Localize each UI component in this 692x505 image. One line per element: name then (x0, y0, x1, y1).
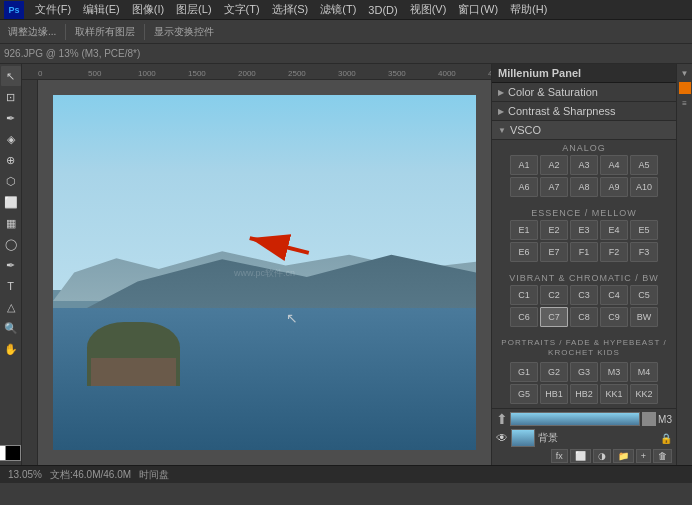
layer-visibility-icon[interactable]: 👁 (496, 431, 508, 445)
options-bar: 调整边缘... 取样所有图层 显示变换控件 (0, 20, 692, 44)
vsco-btn-E2[interactable]: E2 (540, 220, 568, 240)
menu-window[interactable]: 窗口(W) (453, 0, 503, 19)
vsco-btn-C5[interactable]: C5 (630, 285, 658, 305)
right-edge: ▼ ≡ (676, 64, 692, 465)
vsco-btn-A9[interactable]: A9 (600, 177, 628, 197)
menu-3d[interactable]: 3D(D) (363, 2, 402, 18)
options-separator-2 (144, 24, 145, 40)
ruler-left (22, 80, 38, 465)
contrast-sharpness-header[interactable]: ▶ Contrast & Sharpness (492, 102, 676, 121)
menu-edit[interactable]: 编辑(E) (78, 0, 125, 19)
menu-help[interactable]: 帮助(H) (505, 0, 552, 19)
adjustment-button[interactable]: ◑ (593, 449, 611, 463)
new-layer-button[interactable]: + (636, 449, 651, 463)
vsco-btn-F3[interactable]: F3 (630, 242, 658, 262)
menu-filter[interactable]: 滤镜(T) (315, 0, 361, 19)
vsco-btn-A5[interactable]: A5 (630, 155, 658, 175)
vsco-btn-HB2[interactable]: HB2 (570, 384, 598, 404)
vsco-btn-A10[interactable]: A10 (630, 177, 658, 197)
tool-eraser[interactable]: ⬜ (1, 192, 21, 212)
vsco-btn-HB1[interactable]: HB1 (540, 384, 568, 404)
menu-file[interactable]: 文件(F) (30, 0, 76, 19)
menu-text[interactable]: 文字(T) (219, 0, 265, 19)
tool-brush[interactable]: ⊕ (1, 150, 21, 170)
options-text2: 取样所有图层 (71, 25, 139, 39)
mask-button[interactable]: ⬜ (570, 449, 591, 463)
vsco-btn-A1[interactable]: A1 (510, 155, 538, 175)
vsco-essence-category: ESSENCE / MELLOW E1 E2 E3 E4 E5 E6 E7 F1… (492, 205, 676, 266)
vsco-btn-C8[interactable]: C8 (570, 307, 598, 327)
vsco-btn-A6[interactable]: A6 (510, 177, 538, 197)
tool-eyedropper[interactable]: ✒ (1, 108, 21, 128)
vsco-btn-C1[interactable]: C1 (510, 285, 538, 305)
vsco-btn-M4[interactable]: M4 (630, 362, 658, 382)
vsco-btn-G1[interactable]: G1 (510, 362, 538, 382)
vsco-btn-E4[interactable]: E4 (600, 220, 628, 240)
vsco-btn-E1[interactable]: E1 (510, 220, 538, 240)
layer-preview-thumb (510, 412, 640, 426)
panel-bottom-area: ⬆ M3 👁 背景 🔒 fx ⬜ ◑ 📁 + 🗑 (492, 408, 676, 465)
edge-btn-1[interactable]: ▼ (678, 66, 692, 80)
tool-dodge[interactable]: ◯ (1, 234, 21, 254)
tool-crop[interactable]: ⊡ (1, 87, 21, 107)
vsco-btn-G2[interactable]: G2 (540, 362, 568, 382)
vsco-vibrant-buttons: C1 C2 C3 C4 C5 C6 C7 C8 C9 BW (492, 285, 676, 331)
tool-shape[interactable]: △ (1, 297, 21, 317)
vsco-btn-E5[interactable]: E5 (630, 220, 658, 240)
layer-mask-thumb (642, 412, 656, 426)
fx-button[interactable]: fx (551, 449, 568, 463)
vsco-btn-G3[interactable]: G3 (570, 362, 598, 382)
vsco-btn-KK2[interactable]: KK2 (630, 384, 658, 404)
ruler-1000: 1000 (138, 69, 188, 78)
vsco-portraits-category: PORTRAITS / FADE & HYPEBEAST /KROCHET KI… (492, 335, 676, 408)
vsco-btn-KK1[interactable]: KK1 (600, 384, 628, 404)
vsco-btn-A8[interactable]: A8 (570, 177, 598, 197)
vsco-btn-G5[interactable]: G5 (510, 384, 538, 404)
menu-select[interactable]: 选择(S) (267, 0, 314, 19)
panel-nav-up[interactable]: ⬆ (496, 411, 508, 427)
document-info: 926.JPG @ 13% (M3, PCE/8*) (4, 48, 140, 59)
tool-pen[interactable]: ✒ (1, 255, 21, 275)
photo-canvas: www.pc软件.cn ↖ (53, 95, 476, 450)
ruler-1500: 1500 (188, 69, 238, 78)
menu-image[interactable]: 图像(I) (127, 0, 169, 19)
vsco-btn-C7[interactable]: C7 (540, 307, 568, 327)
right-panel: Millenium Panel ▶ Color & Saturation ▶ C… (491, 64, 676, 465)
tool-gradient[interactable]: ▦ (1, 213, 21, 233)
vsco-btn-E3[interactable]: E3 (570, 220, 598, 240)
tool-hand[interactable]: ✋ (1, 339, 21, 359)
vsco-btn-F1[interactable]: F1 (570, 242, 598, 262)
vsco-btn-BW[interactable]: BW (630, 307, 658, 327)
tool-clone[interactable]: ⬡ (1, 171, 21, 191)
color-saturation-header[interactable]: ▶ Color & Saturation (492, 83, 676, 102)
folder-button[interactable]: 📁 (613, 449, 634, 463)
vsco-btn-C6[interactable]: C6 (510, 307, 538, 327)
edge-btn-2[interactable]: ≡ (678, 96, 692, 110)
vsco-btn-C4[interactable]: C4 (600, 285, 628, 305)
tool-text[interactable]: T (1, 276, 21, 296)
layer-thumb-image (511, 413, 639, 425)
contrast-sharpness-label: Contrast & Sharpness (508, 105, 616, 117)
tool-zoom[interactable]: 🔍 (1, 318, 21, 338)
status-bar: 13.05% 文档:46.0M/46.0M 时间盘 (0, 465, 692, 483)
ruler-2000: 2000 (238, 69, 288, 78)
canvas-content[interactable]: www.pc软件.cn ↖ (38, 80, 491, 465)
delete-layer-button[interactable]: 🗑 (653, 449, 672, 463)
tool-heal[interactable]: ◈ (1, 129, 21, 149)
vsco-btn-C2[interactable]: C2 (540, 285, 568, 305)
vsco-btn-A3[interactable]: A3 (570, 155, 598, 175)
tool-select[interactable]: ↖ (1, 66, 21, 86)
vsco-btn-C3[interactable]: C3 (570, 285, 598, 305)
vsco-btn-A2[interactable]: A2 (540, 155, 568, 175)
vsco-btn-A7[interactable]: A7 (540, 177, 568, 197)
vsco-header[interactable]: ▼ VSCO (492, 121, 676, 140)
menu-layer[interactable]: 图层(L) (171, 0, 216, 19)
vsco-btn-A4[interactable]: A4 (600, 155, 628, 175)
vsco-btn-C9[interactable]: C9 (600, 307, 628, 327)
menu-view[interactable]: 视图(V) (405, 0, 452, 19)
vsco-btn-M3[interactable]: M3 (600, 362, 628, 382)
vsco-btn-F2[interactable]: F2 (600, 242, 628, 262)
foreground-color[interactable] (5, 445, 21, 461)
vsco-btn-E7[interactable]: E7 (540, 242, 568, 262)
vsco-btn-E6[interactable]: E6 (510, 242, 538, 262)
